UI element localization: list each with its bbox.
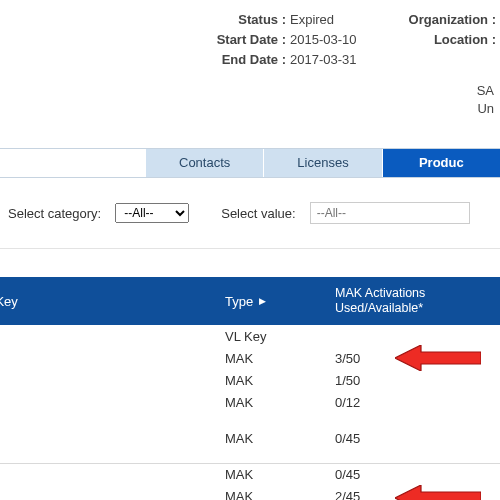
tab-contacts[interactable]: Contacts: [145, 149, 263, 177]
cell-mak: 1/50: [335, 373, 500, 388]
table-row[interactable]: MAK 0/45: [0, 427, 500, 449]
start-date-label: Start Date :: [0, 30, 290, 50]
select-category-label: Select category:: [8, 206, 101, 221]
organization-label: Organization :: [375, 10, 500, 30]
table-row[interactable]: MAK 2/45: [0, 485, 500, 500]
cell-mak: 2/45: [335, 489, 500, 501]
tab-licenses[interactable]: Licenses: [263, 149, 381, 177]
tab-bar: Contacts Licenses Produc: [0, 148, 500, 178]
table-row[interactable]: VL Key: [0, 325, 500, 347]
select-category-dropdown[interactable]: --All--: [115, 203, 189, 223]
location-label: Location :: [375, 30, 500, 50]
cell-type: MAK: [225, 489, 335, 501]
col-product-key[interactable]: oduct Key: [0, 294, 225, 309]
cell-type: MAK: [225, 467, 335, 482]
status-value: Expired: [290, 10, 375, 30]
license-details: Status : Expired Organization : Start Da…: [0, 0, 500, 118]
org-extra-line2: Un: [0, 100, 500, 118]
col-mak-activations[interactable]: MAK Activations Used/Available*: [335, 286, 500, 316]
tab-product-keys[interactable]: Produc: [382, 149, 500, 177]
org-extra-line1: SA: [0, 82, 500, 100]
end-date-label: End Date :: [0, 50, 290, 70]
table-row[interactable]: MAK 3/50: [0, 347, 500, 369]
start-date-value: 2015-03-10: [290, 30, 375, 50]
cell-type: MAK: [225, 351, 335, 366]
end-date-value: 2017-03-31: [290, 50, 375, 70]
cell-type: MAK: [225, 395, 335, 410]
col-type[interactable]: Type ▶: [225, 294, 335, 309]
table-row[interactable]: MAK 0/45: [0, 463, 500, 485]
table-row[interactable]: MAK 0/12: [0, 391, 500, 413]
cell-mak: 0/45: [335, 431, 500, 446]
table-body: VL Key MAK 3/50 MAK 1/50 MAK 0/12 MAK 0/…: [0, 325, 500, 500]
cell-type: MAK: [225, 373, 335, 388]
filter-bar: Select category: --All-- Select value:: [0, 178, 500, 249]
cell-mak: 0/45: [335, 467, 500, 482]
cell-type: MAK: [225, 431, 335, 446]
table-row[interactable]: MAK 1/50: [0, 369, 500, 391]
cell-mak: 0/12: [335, 395, 500, 410]
sort-asc-icon: ▶: [259, 296, 266, 306]
table-header: oduct Key Type ▶ MAK Activations Used/Av…: [0, 277, 500, 325]
cell-mak: 3/50: [335, 351, 500, 366]
select-value-input[interactable]: [310, 202, 470, 224]
status-label: Status :: [0, 10, 290, 30]
cell-type: VL Key: [225, 329, 335, 344]
select-value-label: Select value:: [221, 206, 295, 221]
